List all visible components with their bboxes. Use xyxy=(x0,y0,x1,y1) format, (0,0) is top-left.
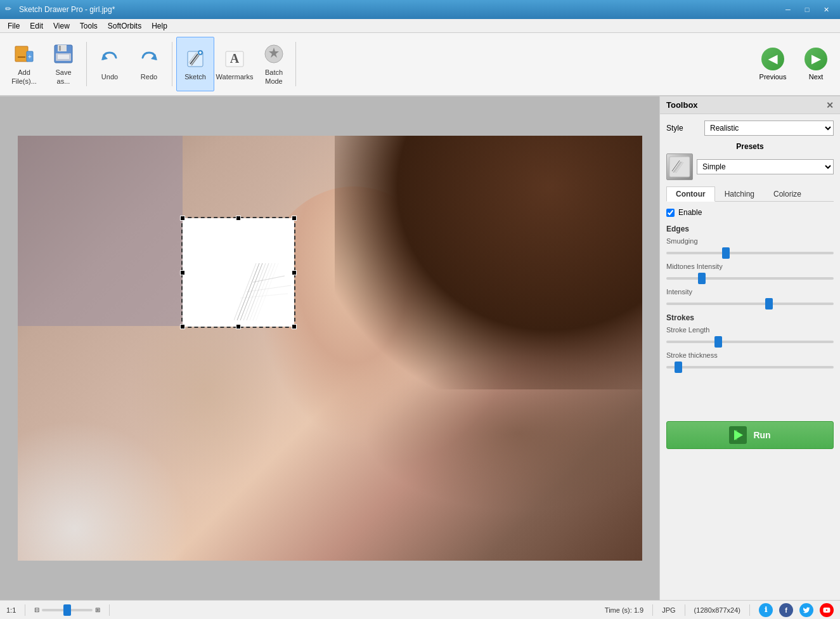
intensity-slider[interactable] xyxy=(666,303,834,305)
stroke-thickness-label: Stroke thickness xyxy=(666,351,834,359)
svg-rect-32 xyxy=(669,157,690,177)
titlebar: ✏ Sketch Drawer Pro - girl.jpg* ─ □ ✕ xyxy=(0,0,840,19)
previous-icon: ◀ xyxy=(761,48,784,70)
run-icon xyxy=(729,426,747,444)
toolbar: + Add File(s)... Save as... Undo xyxy=(0,33,840,96)
save-as-button[interactable]: Save as... xyxy=(44,37,82,91)
maximize-button[interactable]: □ xyxy=(798,3,816,16)
zoom-in-icon[interactable]: ⊞ xyxy=(95,606,100,613)
watermarks-button[interactable]: A Watermarks xyxy=(216,37,254,91)
midtones-slider[interactable] xyxy=(666,277,834,280)
menu-view[interactable]: View xyxy=(48,20,75,32)
style-row: Style Realistic Cartoon Pencil Charcoal xyxy=(666,121,834,136)
sketch-icon xyxy=(184,48,207,70)
preset-icon[interactable] xyxy=(666,153,693,180)
status-right: Time (s): 1.9 JPG (1280x877x24) ℹ f xyxy=(605,603,834,617)
run-button[interactable]: Run xyxy=(666,421,834,449)
canvas-image xyxy=(18,136,642,561)
svg-marker-38 xyxy=(734,430,737,440)
facebook-button[interactable]: f xyxy=(779,603,793,617)
sketch-button[interactable]: Sketch xyxy=(176,37,214,91)
watermarks-icon: A xyxy=(223,48,246,70)
youtube-button[interactable] xyxy=(820,603,834,617)
presets-row: Presets Simple Advanced xyxy=(666,142,834,180)
menu-file[interactable]: File xyxy=(3,20,25,32)
spacer xyxy=(666,377,834,396)
intensity-container: Intensity xyxy=(666,288,834,307)
redo-button[interactable]: Redo xyxy=(130,37,168,91)
intensity-label: Intensity xyxy=(666,288,834,296)
canvas-area[interactable] xyxy=(0,96,659,600)
watermarks-label: Watermarks xyxy=(216,73,254,81)
zoom-slider[interactable] xyxy=(42,609,93,611)
add-file-button[interactable]: + Add File(s)... xyxy=(5,37,43,91)
stroke-length-label: Stroke Length xyxy=(666,326,834,334)
enable-label[interactable]: Enable xyxy=(678,208,702,217)
app-icon: ✏ xyxy=(5,4,15,15)
toolbox-panel: Toolbox ✕ Style Realistic Cartoon Pencil… xyxy=(659,96,840,600)
toolbar-separator-2 xyxy=(172,42,172,86)
svg-rect-1 xyxy=(18,56,25,58)
svg-text:A: A xyxy=(230,51,240,65)
save-as-icon xyxy=(52,42,75,65)
next-label: Next xyxy=(809,73,824,81)
presets-label: Presets xyxy=(666,142,834,151)
midtones-label: Midtones Intensity xyxy=(666,263,834,270)
content-area: Toolbox ✕ Style Realistic Cartoon Pencil… xyxy=(0,96,840,600)
undo-icon xyxy=(98,48,121,70)
status-sep-1 xyxy=(25,604,25,616)
info-button[interactable]: ℹ xyxy=(759,603,773,617)
tab-contour[interactable]: Contour xyxy=(666,186,715,202)
add-file-label: Add File(s)... xyxy=(11,68,37,86)
stroke-thickness-slider[interactable] xyxy=(666,366,834,368)
menu-tools[interactable]: Tools xyxy=(75,20,103,32)
toolbox-close-button[interactable]: ✕ xyxy=(826,100,834,110)
run-label: Run xyxy=(753,430,770,440)
zoom-out-icon[interactable]: ⊟ xyxy=(34,606,39,613)
next-button[interactable]: ▶ Next xyxy=(797,39,835,89)
save-as-label: Save as... xyxy=(55,68,71,86)
enable-checkbox[interactable] xyxy=(666,209,675,217)
undo-button[interactable]: Undo xyxy=(91,37,129,91)
status-sep-4 xyxy=(685,604,685,616)
zoom-display: 1:1 xyxy=(6,606,16,614)
stroke-length-slider[interactable] xyxy=(666,341,834,343)
close-button[interactable]: ✕ xyxy=(817,3,835,16)
smudging-slider[interactable] xyxy=(666,252,834,254)
batch-mode-button[interactable]: Batch Mode xyxy=(255,37,293,91)
toolbox-tabs: Contour Hatching Colorize xyxy=(666,186,834,202)
svg-rect-6 xyxy=(59,46,61,51)
midtones-container: Midtones Intensity xyxy=(666,263,834,282)
menubar: File Edit View Tools SoftOrbits Help xyxy=(0,19,840,33)
menu-help[interactable]: Help xyxy=(146,20,172,32)
zoom-value: 1:1 xyxy=(6,606,16,614)
window-title: Sketch Drawer Pro - girl.jpg* xyxy=(19,5,779,14)
menu-edit[interactable]: Edit xyxy=(25,20,48,32)
preset-select[interactable]: Simple Advanced Detailed xyxy=(697,159,834,174)
svg-rect-8 xyxy=(58,55,69,59)
toolbox-header: Toolbox ✕ xyxy=(660,96,840,114)
tab-colorize[interactable]: Colorize xyxy=(764,186,811,201)
smudging-label: Smudging xyxy=(666,237,834,245)
menu-softorbits[interactable]: SoftOrbits xyxy=(103,20,146,32)
style-label: Style xyxy=(666,124,704,133)
style-select[interactable]: Realistic Cartoon Pencil Charcoal xyxy=(704,121,834,136)
status-sep-2 xyxy=(109,604,110,616)
smudging-container: Smudging xyxy=(666,237,834,256)
svg-text:+: + xyxy=(28,53,32,60)
photo-detail xyxy=(18,136,642,561)
toolbox-title: Toolbox xyxy=(666,100,698,110)
edges-label: Edges xyxy=(666,225,834,233)
dimensions-label: (1280x877x24) xyxy=(694,606,740,614)
previous-button[interactable]: ◀ Previous xyxy=(754,39,792,89)
minimize-button[interactable]: ─ xyxy=(779,3,797,16)
tab-hatching[interactable]: Hatching xyxy=(715,186,764,201)
strokes-label: Strokes xyxy=(666,313,834,322)
redo-label: Redo xyxy=(141,73,157,81)
batch-mode-icon xyxy=(262,42,285,65)
twitter-button[interactable] xyxy=(799,603,813,617)
sketch-label: Sketch xyxy=(184,73,206,81)
next-icon: ▶ xyxy=(804,48,827,70)
presets-area: Simple Advanced Detailed xyxy=(666,153,834,180)
format-label: JPG xyxy=(662,606,675,614)
